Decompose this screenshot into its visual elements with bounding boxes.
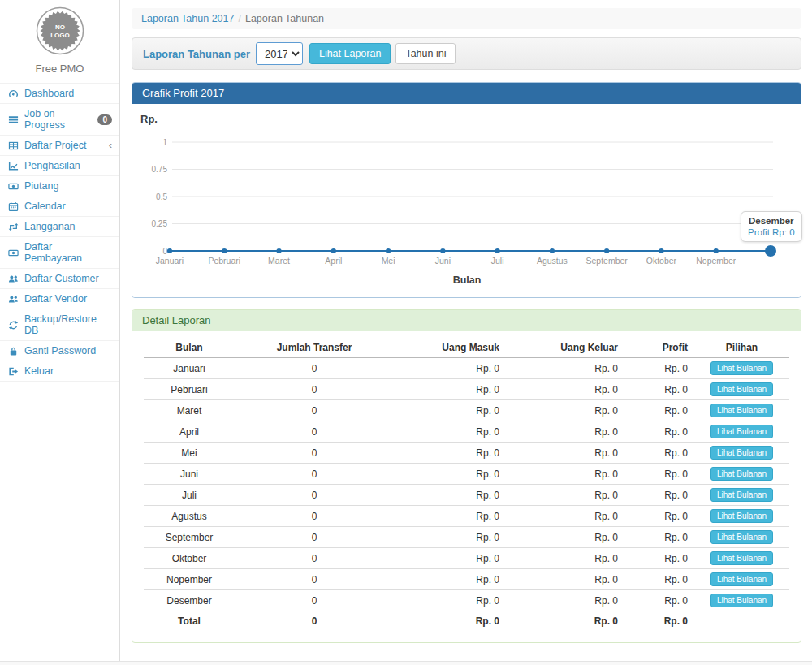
sidebar-item-backup-restore-db[interactable]: Backup/Restore DB (0, 309, 119, 340)
action-cell: Lihat Bulanan (694, 590, 789, 611)
sidebar-item-label: Daftar Project (24, 140, 86, 151)
sidebar-item-daftar-project[interactable]: Daftar Project‹ (0, 135, 119, 155)
lihat-bulanan-button[interactable]: Lihat Bulanan (710, 404, 773, 417)
sidebar-item-job-on-progress[interactable]: Job on Progress0 (0, 103, 119, 135)
lihat-bulanan-button[interactable]: Lihat Bulanan (710, 594, 773, 607)
lihat-bulanan-button[interactable]: Lihat Bulanan (710, 361, 773, 375)
transfer-cell: 0 (235, 569, 394, 590)
action-cell: Lihat Bulanan (694, 464, 789, 485)
chart-tooltip: Desember Profit Rp: 0 (741, 211, 802, 242)
profit-cell: Rp. 0 (624, 464, 694, 485)
sidebar-item-calendar[interactable]: Calendar (0, 196, 119, 216)
svg-text:Juni: Juni (435, 256, 451, 266)
chart-x-axis-label: Bulan (132, 274, 801, 286)
sidebar-item-daftar-pembayaran[interactable]: Daftar Pembayaran (0, 236, 119, 268)
uang-keluar-cell: Rp. 0 (506, 443, 624, 464)
svg-text:Agustus: Agustus (537, 256, 568, 266)
chart-tooltip-title: Desember (748, 216, 795, 226)
month-cell: Pebruari (144, 379, 235, 400)
chevron-left-icon: ‹ (109, 141, 112, 149)
uang-keluar-cell: Rp. 0 (506, 527, 624, 548)
sidebar-item-keluar[interactable]: Keluar (0, 361, 119, 382)
action-cell: Lihat Bulanan (694, 421, 789, 443)
sidebar-item-label: Backup/Restore DB (24, 313, 112, 336)
total-label-cell: Total (144, 611, 235, 631)
uang-masuk-cell: Rp. 0 (394, 464, 506, 485)
lihat-bulanan-button[interactable]: Lihat Bulanan (710, 530, 773, 544)
svg-text:LOGO: LOGO (50, 32, 70, 39)
uang-masuk-cell: Rp. 0 (394, 485, 506, 506)
transfer-cell: 0 (235, 527, 394, 548)
detail-panel-body: BulanJumlah TransferUang MasukUang Kelua… (132, 331, 801, 642)
month-cell: September (144, 527, 235, 548)
sidebar-item-label: Job on Progress (24, 108, 93, 131)
uang-masuk-cell: Rp. 0 (394, 379, 506, 400)
sidebar-item-daftar-customer[interactable]: Daftar Customer (0, 268, 119, 288)
breadcrumb-separator: / (238, 13, 240, 24)
svg-text:April: April (325, 256, 342, 266)
money-icon (7, 180, 19, 192)
profit-cell: Rp. 0 (624, 421, 694, 443)
year-select[interactable]: 2017 (256, 42, 303, 65)
lihat-bulanan-button[interactable]: Lihat Bulanan (710, 509, 773, 523)
lihat-bulanan-button[interactable]: Lihat Bulanan (710, 382, 773, 396)
lihat-bulanan-button[interactable]: Lihat Bulanan (710, 572, 773, 586)
transfer-cell: 0 (235, 464, 394, 485)
sidebar-item-label: Langganan (24, 221, 76, 232)
uang-masuk-cell: Rp. 0 (394, 590, 506, 611)
lihat-laporan-button[interactable]: Lihat Laporan (309, 43, 391, 64)
lihat-bulanan-button[interactable]: Lihat Bulanan (710, 467, 773, 481)
uang-masuk-cell: Rp. 0 (394, 443, 506, 464)
lihat-bulanan-button[interactable]: Lihat Bulanan (710, 446, 773, 460)
month-cell: Agustus (144, 506, 235, 527)
transfer-cell: 0 (235, 506, 394, 527)
sidebar-item-penghasilan[interactable]: Penghasilan (0, 155, 119, 175)
transfer-cell: 0 (235, 358, 394, 379)
sidebar-nav: DashboardJob on Progress0Daftar Project‹… (0, 83, 119, 382)
sidebar-item-daftar-vendor[interactable]: Daftar Vendor (0, 288, 119, 309)
sidebar-item-ganti-password[interactable]: Ganti Password (0, 340, 119, 361)
no-logo-badge-icon: NOLOGO (36, 6, 84, 55)
svg-text:Oktober: Oktober (646, 256, 677, 266)
uang-keluar-cell: Rp. 0 (506, 506, 624, 527)
sidebar-item-langganan[interactable]: Langganan (0, 216, 119, 236)
table-row: Juni0Rp. 0Rp. 0Rp. 0Lihat Bulanan (144, 464, 789, 485)
table-row: Juli0Rp. 0Rp. 0Rp. 0Lihat Bulanan (144, 485, 789, 506)
brand-name: Free PMO (0, 63, 119, 75)
dashboard-icon (7, 88, 19, 99)
profit-cell: Rp. 0 (624, 569, 694, 590)
table-row: Maret0Rp. 0Rp. 0Rp. 0Lihat Bulanan (144, 400, 789, 421)
sidebar-item-label: Piutang (24, 180, 58, 192)
breadcrumb-link[interactable]: Laporan Tahun 2017 (141, 13, 234, 24)
lihat-bulanan-button[interactable]: Lihat Bulanan (710, 488, 773, 502)
sidebar-item-label: Ganti Password (24, 345, 96, 356)
tahun-ini-button[interactable]: Tahun ini (395, 43, 456, 64)
chart-tooltip-value: Profit Rp: 0 (748, 227, 795, 237)
sign-out-icon (7, 365, 19, 377)
uang-keluar-cell: Rp. 0 (506, 464, 624, 485)
svg-text:0.25: 0.25 (152, 219, 168, 228)
column-header-bulan: Bulan (144, 338, 235, 358)
sidebar-item-label: Daftar Vendor (24, 293, 87, 304)
action-cell: Lihat Bulanan (694, 569, 789, 590)
sidebar-item-piutang[interactable]: Piutang (0, 175, 119, 196)
svg-text:Juli: Juli (491, 256, 504, 266)
lihat-bulanan-button[interactable]: Lihat Bulanan (710, 425, 773, 438)
uang-masuk-cell: Rp. 0 (394, 569, 506, 590)
profit-cell: Rp. 0 (624, 527, 694, 548)
total-value-cell: 0 (235, 611, 394, 631)
table-row: Nopember0Rp. 0Rp. 0Rp. 0Lihat Bulanan (144, 569, 789, 590)
action-cell: Lihat Bulanan (694, 548, 789, 569)
logo-area: NOLOGO Free PMO (0, 0, 119, 83)
uang-keluar-cell: Rp. 0 (506, 485, 624, 506)
transfer-cell: 0 (235, 421, 394, 443)
table-row: Pebruari0Rp. 0Rp. 0Rp. 0Lihat Bulanan (144, 379, 789, 400)
chart-panel-title: Grafik Profit 2017 (132, 83, 801, 104)
uang-masuk-cell: Rp. 0 (394, 421, 506, 443)
table-row: Desember0Rp. 0Rp. 0Rp. 0Lihat Bulanan (144, 590, 789, 611)
svg-text:September: September (585, 256, 628, 266)
page-footer: Powered by Free PMO, and developed with … (0, 661, 812, 665)
uang-keluar-cell: Rp. 0 (506, 569, 624, 590)
sidebar-item-dashboard[interactable]: Dashboard (0, 83, 119, 103)
lihat-bulanan-button[interactable]: Lihat Bulanan (710, 551, 773, 565)
